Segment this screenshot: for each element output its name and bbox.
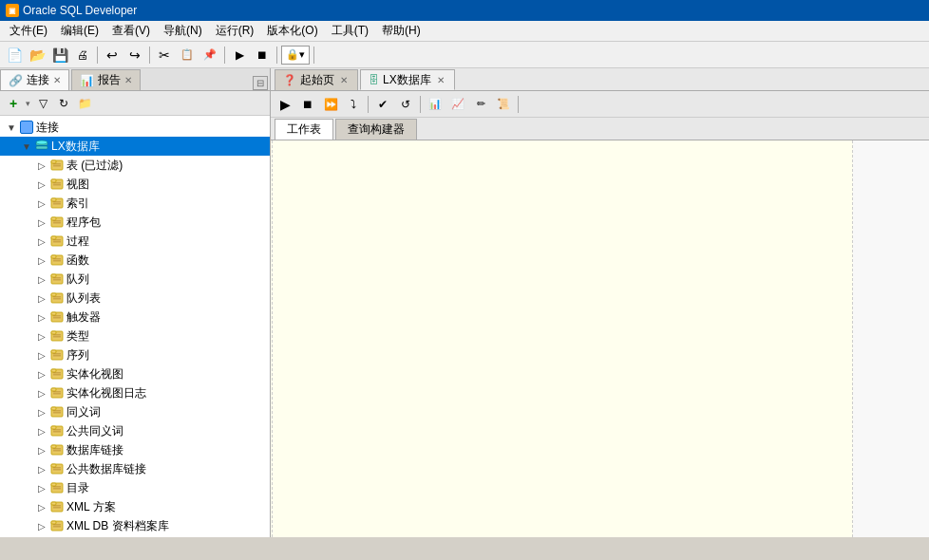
tree-item-synonyms[interactable]: ▷ 同义词 [0, 402, 270, 421]
expand-icon-views[interactable]: ▷ [34, 177, 49, 192]
expand-icon-mat-view-logs[interactable]: ▷ [34, 385, 49, 401]
left-tab-bar: 🔗 连接 ✕ 📊 报告 ✕ ⊟ [0, 68, 270, 91]
menu-run[interactable]: 运行(R) [210, 21, 260, 41]
rt-clear[interactable]: ✏ [470, 94, 491, 115]
menu-help[interactable]: 帮助(H) [376, 21, 427, 41]
rt-history[interactable]: 📜 [493, 94, 514, 115]
tree-item-xml-schemas[interactable]: ▷ XML 方案 [0, 497, 270, 516]
tab-reports[interactable]: 📊 报告 ✕ [71, 69, 141, 90]
toolbar-paste[interactable]: 📌 [199, 45, 220, 65]
left-refresh-btn[interactable]: ↻ [54, 94, 73, 113]
tree-label-connections: 连接 [36, 120, 59, 136]
tab-lxdb-close[interactable]: ✕ [435, 75, 446, 85]
rt-step-into[interactable]: ⤵ [343, 94, 364, 115]
add-dropdown[interactable]: ▾ [25, 99, 31, 108]
tree-item-mat-views[interactable]: ▷ 实体化视图 [0, 364, 270, 383]
tab-reports-close[interactable]: ✕ [124, 75, 132, 85]
tab-start-close[interactable]: ✕ [338, 75, 350, 85]
tree-item-scheduler[interactable]: ▷ 调度程序 [0, 535, 270, 537]
menu-version[interactable]: 版本化(O) [261, 21, 323, 41]
lxdb-expand-icon[interactable]: ▼ [19, 139, 34, 154]
menu-tools[interactable]: 工具(T) [326, 21, 374, 41]
sql-editor[interactable] [271, 140, 853, 537]
tree-item-types[interactable]: ▷ 类型 [0, 327, 270, 345]
expand-icon-pub-db-links[interactable]: ▷ [34, 461, 49, 476]
menu-edit[interactable]: 编辑(E) [55, 21, 104, 41]
expand-icon-db-links[interactable]: ▷ [34, 442, 49, 457]
right-content-tabs: 工作表 查询构建器 [271, 118, 929, 140]
toolbar-save[interactable]: 💾 [49, 45, 70, 65]
tab-connections[interactable]: 🔗 连接 ✕ [0, 69, 69, 90]
rt-rollback[interactable]: ↺ [395, 94, 416, 115]
tree-item-xml-db[interactable]: ▷ XML DB 资料档案库 [0, 516, 270, 535]
menu-view[interactable]: 查看(V) [106, 21, 156, 41]
toolbar-open[interactable]: 📂 [27, 45, 47, 65]
expand-icon-procedures[interactable]: ▷ [34, 233, 49, 249]
expand-icon[interactable]: ▼ [4, 120, 19, 135]
tree-item-views[interactable]: ▷ 视图 [0, 175, 270, 194]
expand-icon-triggers[interactable]: ▷ [34, 309, 49, 325]
tree-view[interactable]: ▼ 连接 ▼ LX数据库 [0, 116, 270, 537]
svg-rect-81 [53, 524, 61, 526]
tree-item-sequences[interactable]: ▷ 序列 [0, 345, 270, 364]
tab-connections-close[interactable]: ✕ [53, 75, 61, 85]
tree-item-connections-root[interactable]: ▼ 连接 [0, 118, 270, 137]
tree-item-db-links[interactable]: ▷ 数据库链接 [0, 440, 270, 459]
svg-rect-65 [53, 448, 61, 450]
expand-icon-synonyms[interactable]: ▷ [34, 404, 49, 420]
menu-file[interactable]: 文件(E) [4, 21, 53, 41]
tree-item-mat-view-logs[interactable]: ▷ 实体化视图日志 [0, 383, 270, 402]
svg-rect-45 [53, 353, 61, 355]
tree-item-procedures[interactable]: ▷ 过程 [0, 232, 270, 251]
rt-run[interactable]: ▶ [275, 94, 295, 115]
tree-item-queues[interactable]: ▷ 队列 [0, 270, 270, 289]
expand-icon-types[interactable]: ▷ [34, 328, 49, 344]
expand-icon-xml-db[interactable]: ▷ [34, 518, 49, 533]
content-tab-query-builder[interactable]: 查询构建器 [335, 119, 417, 140]
toolbar-new[interactable]: 📄 [4, 45, 25, 65]
toolbar-stop[interactable]: ⏹ [252, 45, 273, 65]
tree-item-functions[interactable]: ▷ 函数 [0, 251, 270, 270]
tree-item-pub-synonyms[interactable]: ▷ 公共同义词 [0, 421, 270, 440]
left-folder-btn[interactable]: 📁 [75, 94, 94, 113]
tab-start-page[interactable]: ❓ 起始页 ✕ [275, 69, 358, 90]
rt-stop[interactable]: ⏹ [297, 94, 318, 115]
expand-icon-queue-tables[interactable]: ▷ [34, 290, 49, 306]
tree-item-lxdb[interactable]: ▼ LX数据库 [0, 137, 270, 156]
expand-icon-queues[interactable]: ▷ [34, 271, 49, 287]
rt-explain[interactable]: 📊 [425, 94, 446, 115]
tree-item-directories[interactable]: ▷ 目录 [0, 478, 270, 497]
rt-step-over[interactable]: ⏩ [320, 94, 341, 115]
rt-commit[interactable]: ✔ [372, 94, 393, 115]
expand-icon-packages[interactable]: ▷ [34, 215, 49, 230]
toolbar-redo[interactable]: ↪ [124, 45, 145, 65]
toolbar-copy[interactable]: 📋 [177, 45, 198, 65]
tree-item-queue-tables[interactable]: ▷ 队列表 [0, 289, 270, 308]
toolbar-cut[interactable]: ✂ [154, 45, 175, 65]
panel-minimize[interactable]: ⊟ [253, 76, 268, 90]
expand-icon-xml-schemas[interactable]: ▷ [34, 499, 49, 514]
expand-icon-pub-synonyms[interactable]: ▷ [34, 423, 49, 439]
expand-icon-sequences[interactable]: ▷ [34, 347, 49, 363]
toolbar-dropdown[interactable]: 🔒▾ [281, 46, 310, 65]
toolbar-run[interactable]: ▶ [229, 45, 250, 65]
toolbar-print[interactable]: 🖨 [72, 45, 93, 65]
toolbar-undo[interactable]: ↩ [102, 45, 123, 65]
expand-icon-indexes[interactable]: ▷ [34, 196, 49, 211]
tree-item-indexes[interactable]: ▷ 索引 [0, 194, 270, 213]
tree-item-pub-db-links[interactable]: ▷ 公共数据库链接 [0, 459, 270, 478]
expand-icon-directories[interactable]: ▷ [34, 480, 49, 495]
svg-rect-78 [53, 507, 61, 509]
tree-item-packages[interactable]: ▷ 程序包 [0, 213, 270, 232]
rt-autotrace[interactable]: 📈 [447, 94, 468, 115]
left-filter-btn[interactable]: ▽ [33, 94, 52, 113]
tree-item-triggers[interactable]: ▷ 触发器 [0, 308, 270, 327]
expand-icon-functions[interactable]: ▷ [34, 252, 49, 268]
tree-item-tables[interactable]: ▷ 表 (已过滤) [0, 156, 270, 175]
tab-lxdb-editor[interactable]: 🗄 LX数据库 ✕ [360, 69, 455, 90]
expand-icon-mat-views[interactable]: ▷ [34, 366, 49, 382]
expand-icon-tables[interactable]: ▷ [34, 158, 49, 173]
menu-navigate[interactable]: 导航(N) [158, 21, 208, 41]
left-add-btn[interactable]: + [4, 94, 23, 113]
content-tab-worksheet[interactable]: 工作表 [275, 119, 333, 140]
